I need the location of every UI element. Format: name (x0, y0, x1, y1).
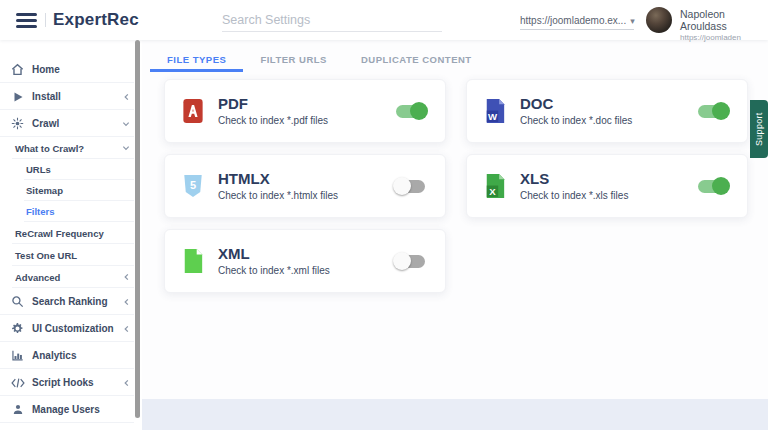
sidebar-item-label: URLs (26, 164, 51, 175)
tab-bar: FILE TYPESFILTER URLSDUPLICATE CONTENT (142, 40, 768, 72)
card-xls: XXLSCheck to index *.xls files (466, 154, 748, 218)
chevron-down-icon (122, 145, 130, 152)
sidebar-item-label: Script Hooks (32, 377, 94, 388)
card-title: XLS (520, 171, 628, 188)
sidebar-item-analytics[interactable]: Analytics (0, 342, 142, 369)
chevron-left-icon (123, 379, 130, 387)
xml-toggle[interactable] (396, 255, 425, 268)
doc-toggle[interactable] (698, 105, 727, 118)
sidebar-item-more[interactable] (0, 423, 142, 430)
sidebar-item-sitemap[interactable]: Sitemap (0, 180, 142, 201)
gear-icon (10, 322, 25, 336)
site-selector-value: https://joomlademo.ex... (520, 15, 626, 26)
card-subtitle: Check to index *.pdf files (218, 115, 328, 126)
sidebar-item-filters[interactable]: Filters (0, 201, 142, 222)
card-text: PDFCheck to index *.pdf files (218, 96, 328, 127)
tab-duplicate-content[interactable]: DUPLICATE CONTENT (344, 50, 489, 72)
svg-text:5: 5 (190, 179, 196, 191)
card-xml: XMLCheck to index *.xml files (164, 229, 446, 293)
card-subtitle: Check to index *.htmlx files (218, 190, 338, 201)
chevron-left-icon (123, 325, 130, 333)
cards-grid: PDFCheck to index *.pdf filesWDOCCheck t… (142, 72, 768, 293)
svg-text:X: X (489, 186, 496, 197)
chevron-left-icon (123, 273, 130, 281)
sidebar-item-label: Filters (26, 206, 55, 217)
card-text: DOCCheck to index *.doc files (520, 96, 632, 127)
footer-band (142, 399, 768, 430)
code-icon (10, 376, 25, 390)
menu-icon[interactable] (16, 13, 37, 28)
sidebar-item-label: Manage Users (32, 404, 100, 415)
sidebar-nav: HomeInstallCrawlWhat to Crawl?URLsSitema… (0, 40, 142, 430)
sidebar-scrollbar[interactable] (135, 40, 140, 418)
sidebar-item-test-one-url[interactable]: Test One URL (0, 244, 142, 266)
card-text: HTMLXCheck to index *.htmlx files (218, 171, 338, 202)
support-tab[interactable]: Support (750, 100, 768, 158)
card-text: XMLCheck to index *.xml files (218, 246, 330, 277)
app-window: ExpertRec https://joomlademo.ex... ▾ Nap… (0, 0, 768, 430)
search-icon (10, 295, 25, 309)
user-url: https://joomladen (680, 33, 768, 42)
sidebar-item-advanced[interactable]: Advanced (0, 266, 142, 288)
chevron-left-icon (123, 298, 130, 306)
main-content: FILE TYPESFILTER URLSDUPLICATE CONTENT P… (142, 40, 768, 430)
sidebar-item-label: Install (32, 91, 61, 102)
tab-file-types[interactable]: FILE TYPES (150, 50, 243, 72)
app-logo: ExpertRec (53, 10, 139, 30)
sidebar-item-ui-customization[interactable]: UI Customization (0, 315, 142, 342)
sidebar-item-what-to-crawl[interactable]: What to Crawl? (0, 137, 142, 159)
card-subtitle: Check to index *.xls files (520, 190, 628, 201)
sidebar-item-search-ranking[interactable]: Search Ranking (0, 288, 142, 315)
sidebar-item-recrawl-frequency[interactable]: ReCrawl Frequency (0, 222, 142, 244)
logo-separator (45, 13, 46, 27)
card-title: XML (218, 246, 330, 263)
xls-file-icon: X (484, 173, 506, 199)
home-icon (10, 63, 25, 77)
user-name: Napoleon Arouldass (680, 8, 768, 32)
tab-filter-urls[interactable]: FILTER URLS (243, 50, 344, 72)
user-icon (10, 403, 25, 417)
sidebar-item-script-hooks[interactable]: Script Hooks (0, 369, 142, 396)
sidebar-item-urls[interactable]: URLs (0, 159, 142, 180)
chevron-down-icon (122, 120, 130, 127)
play-icon (10, 90, 25, 104)
sidebar-item-label: UI Customization (32, 323, 114, 334)
card-doc: WDOCCheck to index *.doc files (466, 79, 748, 143)
sidebar-item-home[interactable]: Home (0, 56, 142, 83)
chevron-left-icon (123, 93, 130, 101)
search-input[interactable] (222, 8, 442, 32)
sidebar-item-label: Home (32, 64, 60, 75)
card-pdf: PDFCheck to index *.pdf files (164, 79, 446, 143)
pdf-file-icon (182, 98, 204, 124)
card-title: DOC (520, 96, 632, 113)
top-header: ExpertRec https://joomlademo.ex... ▾ Nap… (0, 0, 768, 40)
sidebar-item-label: Sitemap (26, 185, 63, 196)
sidebar-item-install[interactable]: Install (0, 83, 142, 110)
sidebar-item-label: Search Ranking (32, 296, 108, 307)
card-title: HTMLX (218, 171, 338, 188)
sidebar-item-manage-users[interactable]: Manage Users (0, 396, 142, 423)
sidebar-item-label: Test One URL (15, 250, 77, 261)
site-selector-dropdown[interactable]: https://joomlademo.ex... ▾ (520, 12, 634, 30)
spider-icon (10, 117, 25, 131)
card-htmlx: 5HTMLXCheck to index *.htmlx files (164, 154, 446, 218)
sidebar-item-label: What to Crawl? (15, 143, 84, 154)
card-subtitle: Check to index *.xml files (218, 265, 330, 276)
sidebar-item-label: Advanced (15, 272, 60, 283)
pdf-toggle[interactable] (396, 105, 425, 118)
sidebar-item-label: Crawl (32, 118, 59, 129)
card-title: PDF (218, 96, 328, 113)
chart-icon (10, 349, 25, 363)
doc-file-icon: W (484, 98, 506, 124)
card-subtitle: Check to index *.doc files (520, 115, 632, 126)
htmlx-toggle[interactable] (396, 180, 425, 193)
htmlx-file-icon: 5 (182, 173, 204, 199)
avatar[interactable] (646, 7, 672, 33)
card-text: XLSCheck to index *.xls files (520, 171, 628, 202)
user-menu[interactable]: Napoleon Arouldass https://joomladen (680, 8, 768, 42)
sidebar-item-crawl[interactable]: Crawl (0, 110, 142, 137)
svg-text:W: W (488, 111, 498, 122)
xml-file-icon (182, 248, 204, 274)
xls-toggle[interactable] (698, 180, 727, 193)
caret-down-icon: ▾ (630, 16, 635, 26)
